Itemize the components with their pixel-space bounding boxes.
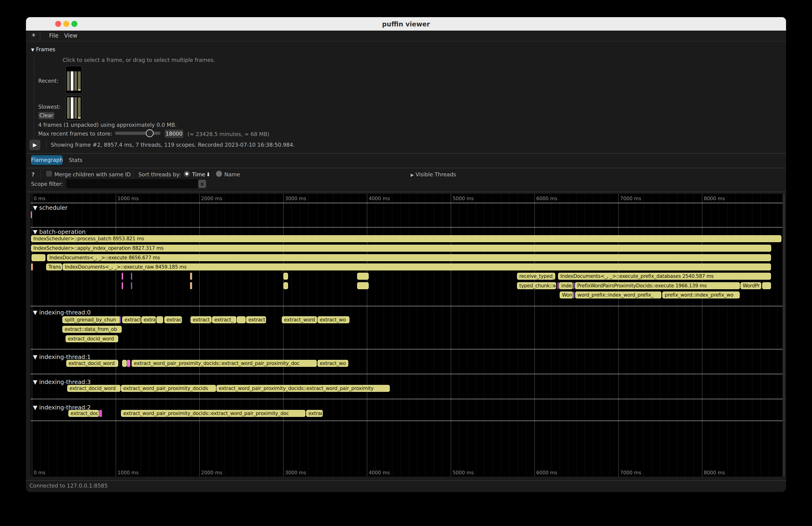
flame-bar[interactable] [357, 273, 369, 280]
flame-bar[interactable]: extract_ [190, 316, 212, 323]
flame-bar[interactable] [122, 273, 123, 280]
flame-bar[interactable] [762, 282, 771, 289]
expand-icon: ▶ [411, 172, 414, 177]
flame-bar[interactable] [119, 316, 121, 323]
scope-filter-input[interactable] [66, 179, 198, 188]
flame-bar[interactable]: extract_word_pair_proximity_docids::extr… [132, 360, 317, 367]
flame-bar[interactable]: PrefixWordPairsProximityDocids::execute … [575, 282, 740, 289]
flame-bar[interactable]: extract [122, 316, 141, 323]
flame-bar[interactable]: extract_word_pair_proximity_docids::extr… [121, 410, 305, 417]
flame-bar[interactable] [557, 282, 559, 289]
flame-bar[interactable]: Trans [46, 263, 62, 271]
tick-label: 3000 ms [285, 196, 306, 201]
flame-bar[interactable] [284, 273, 288, 280]
flame-bar[interactable]: IndexDocuments<_, _>::execute 8656.677 m… [47, 254, 771, 261]
flame-bar[interactable]: extract_docid_word [66, 335, 118, 342]
clear-button[interactable]: Clear [38, 112, 55, 119]
flame-bar[interactable] [127, 360, 130, 367]
flame-bar[interactable]: extract_wo [318, 360, 348, 367]
flame-bar[interactable]: extra [141, 316, 156, 323]
flame-bar[interactable] [284, 282, 288, 289]
flame-bar[interactable]: extract_docid_word [66, 360, 118, 367]
flame-bar[interactable] [31, 211, 32, 218]
flamegraph-canvas[interactable]: 0 ms0 ms1000 ms1000 ms2000 ms2000 ms3000… [31, 194, 786, 477]
flame-bar[interactable]: extrac [164, 316, 182, 323]
slowest-frames-thumbnail[interactable] [66, 96, 82, 120]
flame-bar[interactable] [357, 282, 369, 289]
flame-bar[interactable] [131, 273, 132, 280]
flame-bar[interactable] [31, 254, 45, 261]
menu-file[interactable]: File [49, 32, 58, 39]
sort-direction-icon[interactable]: ⬇ [206, 172, 211, 177]
flame-bar[interactable] [131, 282, 132, 289]
flame-bar[interactable] [122, 360, 127, 367]
tick-label: 3000 ms [285, 470, 306, 476]
section-header-indexing-thread:1[interactable]: ▼ indexing-thread:1 [33, 354, 91, 360]
flame-bar[interactable]: IndexScheduler>::apply_index_operation 8… [31, 245, 771, 252]
flame-bar[interactable] [190, 273, 192, 280]
flame-bar[interactable]: IndexDocuments<_, _>::execute_prefix_dat… [558, 273, 771, 280]
tick-label: 6000 ms [536, 470, 557, 476]
menu-divider [40, 31, 40, 40]
flame-bar[interactable]: word_prefix::index_word_prefix_ [575, 292, 662, 298]
tab-stats[interactable]: Stats [69, 157, 83, 163]
flame-bar[interactable]: extrac [306, 410, 323, 417]
max-frames-slider[interactable] [115, 132, 161, 135]
flame-bar[interactable]: prefix_word::index_prefix_wo [662, 292, 740, 298]
visible-threads-toggle[interactable]: ▶ Visible Threads [411, 172, 456, 177]
clear-filter-button[interactable]: x [198, 180, 206, 188]
frames-section-header[interactable]: ▼ Frames [31, 46, 55, 53]
section-separator [31, 374, 786, 374]
flame-bar[interactable]: extract [246, 316, 266, 323]
sort-time-radio[interactable] [184, 171, 190, 177]
flame-bar[interactable]: extract::data_from_ob [62, 326, 122, 333]
merge-checkbox[interactable] [46, 171, 52, 177]
vertical-scrollbar[interactable] [783, 194, 785, 477]
flame-bar[interactable]: extract_word [282, 316, 317, 323]
slider-knob[interactable] [146, 129, 154, 137]
flame-bar[interactable]: IndexDocuments<_, _>::execute_raw 8459.1… [62, 263, 771, 271]
flame-bar[interactable] [237, 316, 246, 323]
flame-bar[interactable] [31, 263, 33, 271]
separator [26, 192, 786, 192]
indent-line [34, 56, 34, 144]
tick-label: 0 ms [33, 196, 45, 201]
help-button[interactable]: ? [31, 172, 34, 177]
max-frames-label: Max recent frames to store: [38, 131, 112, 137]
flame-bar[interactable]: extract_word_pair_proximity_docids::extr… [216, 385, 390, 392]
flame-bar[interactable]: receive_typed_ [517, 273, 555, 280]
section-header-indexing-thread:3[interactable]: ▼ indexing-thread:3 [33, 379, 91, 385]
merge-label: Merge children with same ID [55, 172, 131, 177]
flame-bar[interactable] [99, 410, 102, 417]
flame-bar[interactable]: extract_wo [318, 316, 349, 323]
tab-flamegraph[interactable]: Flamegraph [31, 155, 62, 165]
flame-bar[interactable] [573, 292, 575, 298]
flame-bar[interactable] [573, 282, 575, 289]
theme-sun-icon[interactable]: ☀ [31, 32, 36, 39]
frames-summary: 4 frames (1 unpacked) using approximatel… [38, 122, 177, 128]
tick-label: 4000 ms [369, 470, 390, 476]
play-button[interactable]: ▶ [29, 140, 40, 150]
flame-bar[interactable]: extract_docid_word [67, 385, 120, 392]
flame-bar[interactable]: typed_chunk::w [517, 282, 556, 289]
flame-bar[interactable]: index [559, 282, 573, 289]
flame-bar[interactable]: IndexScheduler>::process_batch 8953.821 … [31, 235, 781, 242]
flame-bar[interactable] [190, 282, 192, 289]
menu-view[interactable]: View [64, 32, 77, 39]
recent-frames-thumbnail[interactable] [66, 66, 82, 94]
flame-bar[interactable]: extract_ [212, 316, 236, 323]
flame-bar[interactable] [122, 282, 123, 289]
section-separator [31, 349, 786, 349]
section-header-scheduler[interactable]: ▼ scheduler [33, 204, 68, 211]
flame-bar[interactable] [156, 316, 163, 323]
flame-bar[interactable]: split_grenad_by_chun [62, 316, 120, 323]
sort-name-radio[interactable] [216, 171, 222, 177]
flame-bar[interactable]: extract_word_pair_proximity_docids [121, 385, 216, 392]
section-header-batch-operation[interactable]: ▼ batch-operation [33, 229, 86, 235]
tick-label: 1000 ms [117, 196, 139, 201]
section-header-indexing-thread:0[interactable]: ▼ indexing-thread:0 [33, 309, 91, 316]
flame-bar[interactable]: WordPr [740, 282, 761, 289]
flame-bar[interactable]: extract_doc [68, 410, 99, 417]
max-frames-value[interactable]: 18000 [165, 130, 183, 138]
flame-bar[interactable]: Word [560, 292, 573, 298]
